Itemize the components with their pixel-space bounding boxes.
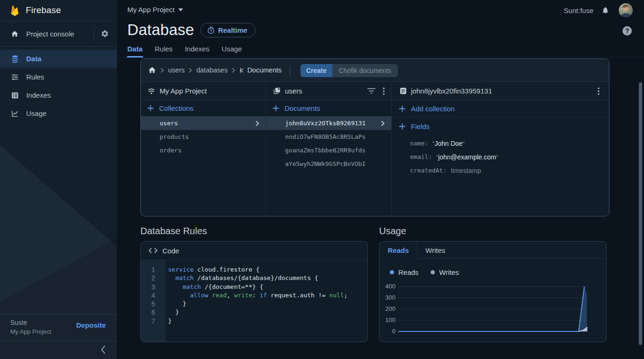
page-title: Database xyxy=(127,21,194,39)
y-axis-label: 100 xyxy=(383,316,395,323)
tab-rules[interactable]: Rules xyxy=(154,42,173,57)
sidebar-nav: DataRulesIndexesUsage xyxy=(0,47,117,122)
collection-row-orders[interactable]: orders xyxy=(141,144,266,157)
sidebar-item-label: Data xyxy=(26,55,42,63)
code-line: } xyxy=(168,300,367,309)
legend-label: Reads xyxy=(398,268,418,276)
line-number: 3 xyxy=(141,283,166,292)
project-selector[interactable]: My App Project xyxy=(127,6,183,14)
collections-column: My App Project Collections usersproducts… xyxy=(141,82,266,216)
fields-label: Fields xyxy=(411,122,430,130)
code-editor-header: Code xyxy=(141,242,367,260)
project-console-label: Project console xyxy=(26,30,74,38)
indexes-icon xyxy=(11,91,19,100)
add-field-button[interactable]: Fields xyxy=(392,118,609,135)
add-document-action[interactable]: Documents xyxy=(266,101,391,116)
kebab-menu-icon[interactable] xyxy=(383,87,385,95)
document-row[interactable]: goanaZmsTbbbe82RR9ufds xyxy=(266,144,391,157)
code-line: match /{document=**} { xyxy=(168,283,367,292)
project-console-link[interactable]: Project console xyxy=(0,21,117,46)
y-axis-label: 200 xyxy=(383,305,395,312)
firestore-icon xyxy=(147,86,156,95)
collections-action-label: Collections xyxy=(159,104,193,112)
collection-row-products[interactable]: products xyxy=(141,130,266,144)
chart-legend: ReadsWrites xyxy=(390,268,471,276)
help-button[interactable]: ? xyxy=(622,26,632,36)
kebab-menu-icon[interactable] xyxy=(598,87,600,95)
field-row[interactable]: createdAt:timestamp xyxy=(392,164,609,177)
document-id: nndiO7wFN8OB5Ac8RSLaPs xyxy=(285,133,385,140)
chevron-right-icon xyxy=(161,68,164,73)
y-axis-label: 400 xyxy=(383,283,395,290)
legend-dot xyxy=(390,270,394,274)
breadcrumb-item-users[interactable]: users xyxy=(168,66,184,74)
project-name: My App Project xyxy=(10,328,117,335)
firebase-logo[interactable]: Firebase xyxy=(0,0,117,21)
code-line: } xyxy=(168,309,367,317)
sidebar-item-label: Usage xyxy=(26,109,46,117)
upgrade-button[interactable]: Deposite xyxy=(76,321,106,329)
document-row[interactable]: aYe5wyh2NWk9G5PcBoVObI xyxy=(266,157,391,171)
collapse-sidebar-button[interactable] xyxy=(101,345,106,354)
code-line: match /databases/{database}/documents { xyxy=(168,274,367,283)
realtime-button[interactable]: Realtime xyxy=(200,23,256,37)
divider xyxy=(94,27,95,42)
rules-section-title: Database Rules xyxy=(140,226,379,237)
scrollbar-thumb[interactable] xyxy=(639,82,642,345)
tab-data[interactable]: Data xyxy=(127,42,143,57)
field-value: "john@example.com" xyxy=(436,153,498,161)
add-collection-action[interactable]: Collections xyxy=(141,101,266,116)
document-id: goanaZmsTbbbe82RR9ufds xyxy=(285,147,385,154)
avatar[interactable] xyxy=(619,3,633,17)
breadcrumb-home-icon[interactable] xyxy=(148,66,156,74)
bell-icon[interactable] xyxy=(601,6,609,15)
filter-icon[interactable] xyxy=(367,88,375,94)
document-id: aYe5wyh2NWk9G5PcBoVObI xyxy=(285,160,385,167)
document-icon xyxy=(399,87,407,95)
caret-down-icon xyxy=(178,8,183,11)
code-line: service cloud.firestore { xyxy=(168,266,367,274)
field-row[interactable]: email:"john@example.com" xyxy=(392,150,609,164)
code-editor[interactable]: 1234567 service cloud.firestore { match … xyxy=(141,260,367,342)
usage-section-title: Usage xyxy=(379,226,406,237)
y-axis-label: 300 xyxy=(383,294,395,301)
create-button[interactable]: Create xyxy=(300,64,332,77)
document-detail-column: john8jyvlbx20fin33959131 Add collection … xyxy=(392,82,609,216)
add-collection-button[interactable]: Add collection xyxy=(392,101,609,117)
field-row[interactable]: name:"John Doe" xyxy=(392,136,609,150)
choose-documents-button[interactable]: Chofik documents xyxy=(332,64,398,77)
document-id: john8uVxz2OTksB9269131 xyxy=(285,120,381,127)
documents-column: users Documents john8uVxz2OTksB9269131nn… xyxy=(266,82,392,216)
gear-icon[interactable] xyxy=(101,29,109,38)
username: Sunt:fuse xyxy=(564,7,593,14)
sidebar-item-usage[interactable]: Usage xyxy=(0,104,117,122)
database-icon xyxy=(11,55,19,63)
code-editor-label: Code xyxy=(162,247,179,255)
firebase-flame-icon xyxy=(10,5,19,16)
chevron-right-icon xyxy=(232,68,235,73)
usage-tab-reads[interactable]: Reads xyxy=(380,242,417,258)
usage-tab-bar: ReadsWrites xyxy=(380,242,606,258)
tab-bar: DataRulesIndexesUsage xyxy=(117,42,644,57)
collection-row-users[interactable]: users xyxy=(141,116,266,130)
collection-id: orders xyxy=(160,147,259,154)
rules-icon xyxy=(11,73,19,81)
sidebar-item-rules[interactable]: Rules xyxy=(0,68,117,86)
sidebar-item-data[interactable]: Data xyxy=(0,50,117,68)
plus-icon xyxy=(399,105,406,112)
documents-action-label: Documents xyxy=(285,104,320,112)
collection-icon xyxy=(272,86,281,95)
document-row[interactable]: john8uVxz2OTksB9269131 xyxy=(266,116,391,130)
breadcrumb-item-databases[interactable]: databases xyxy=(196,66,227,74)
sidebar-item-label: Indexes xyxy=(26,91,51,99)
sidebar-item-indexes[interactable]: Indexes xyxy=(0,86,117,104)
usage-tab-writes[interactable]: Writes xyxy=(417,242,453,258)
tab-usage[interactable]: Usage xyxy=(221,42,242,57)
documents-header-title: users xyxy=(285,87,302,95)
clock-icon xyxy=(207,26,215,34)
line-number: 2 xyxy=(141,274,166,283)
collection-id: users xyxy=(160,120,256,127)
tab-indexes[interactable]: Indexes xyxy=(184,42,210,57)
document-row[interactable]: nndiO7wFN8OB5Ac8RSLaPs xyxy=(266,130,391,144)
plus-icon xyxy=(272,105,279,112)
